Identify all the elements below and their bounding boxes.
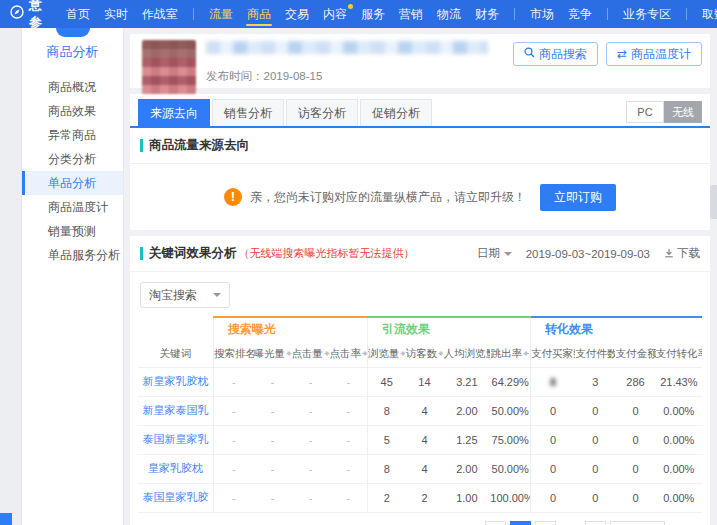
- cell-value: 2: [384, 492, 390, 504]
- col-header[interactable]: 人均浏览量: [443, 341, 490, 367]
- date-range[interactable]: 2019-09-03~2019-09-03: [526, 248, 650, 260]
- sort-icon: [523, 349, 530, 358]
- cell: -: [330, 367, 368, 396]
- product-thermometer-button[interactable]: ⇄ 商品温度计: [606, 42, 702, 66]
- toggle-pc[interactable]: PC: [626, 101, 664, 123]
- sort-icon: [286, 349, 291, 358]
- keyword-section-header: 关键词效果分析 （无线端搜索曝光指标暂无法提供） 日期 2019-09-03~2…: [130, 236, 710, 272]
- cell-value: 8: [384, 463, 390, 475]
- tab-visitor-analysis[interactable]: 访客分析: [286, 99, 358, 126]
- nav-item-traffic[interactable]: 流量: [202, 0, 240, 28]
- page-button-2[interactable]: 2: [535, 521, 556, 525]
- next-page-button[interactable]: 下一页 >: [610, 521, 664, 525]
- keyword-link[interactable]: 泰国皇家乳胶: [142, 491, 208, 503]
- page-button-5[interactable]: 5: [585, 521, 606, 525]
- brand-logo[interactable]: 生意参谋: [10, 0, 43, 50]
- sidebar-item-abnormal-goods[interactable]: 异常商品: [22, 123, 123, 147]
- download-icon: [664, 248, 674, 260]
- cell-value: 3.21: [456, 376, 477, 388]
- cell: 0: [531, 454, 576, 483]
- section-marker: [140, 139, 143, 152]
- keyword-link[interactable]: 新皇家泰国乳: [142, 404, 208, 416]
- nav-item-service[interactable]: 服务: [354, 0, 392, 28]
- cell-value: -: [271, 492, 275, 504]
- col-header[interactable]: 支付件数: [575, 341, 615, 367]
- tab-promotion-analysis[interactable]: 促销分析: [360, 99, 432, 126]
- cell: 5: [367, 425, 405, 454]
- sidebar-item-goods-overview[interactable]: 商品概况: [22, 75, 123, 99]
- col-header[interactable]: 跳出率: [490, 341, 530, 367]
- nav-item-home[interactable]: 首页: [59, 0, 97, 28]
- cell-value: 0: [632, 463, 638, 475]
- keyword-link[interactable]: 泰国新皇家乳: [142, 433, 208, 445]
- sidebar-items: 商品概况商品效果异常商品分类分析单品分析商品温度计销量预测单品服务分析: [22, 75, 123, 267]
- cell: 0.00%: [656, 396, 702, 425]
- main-area: 发布时间：2019-08-15 商品搜索 ⇄: [124, 28, 717, 525]
- nav-item-finance[interactable]: 财务: [468, 0, 506, 28]
- product-search-button[interactable]: 商品搜索: [513, 42, 598, 66]
- keyword-analysis-card: 关键词效果分析 （无线端搜索曝光指标暂无法提供） 日期 2019-09-03~2…: [130, 236, 710, 525]
- cell: 2.00: [443, 454, 490, 483]
- cell-value: 0: [592, 405, 598, 417]
- nav-item-content[interactable]: 内容: [316, 0, 354, 28]
- nav-separator: [193, 8, 194, 20]
- keyword-link[interactable]: 新皇家乳胶枕: [142, 375, 208, 387]
- cell: -: [330, 396, 368, 425]
- order-now-button[interactable]: 立即订购: [540, 184, 616, 211]
- cell-value: 0: [550, 434, 556, 446]
- feedback-tab[interactable]: [710, 185, 717, 219]
- page-button-1[interactable]: 1: [510, 521, 531, 525]
- cell: -: [213, 454, 253, 483]
- sidebar-collapse-tab[interactable]: [56, 28, 90, 37]
- prev-page-button[interactable]: <: [485, 521, 506, 525]
- cell: 4: [405, 425, 443, 454]
- sidebar-item-goods-effect[interactable]: 商品效果: [22, 99, 123, 123]
- cell: 0: [575, 454, 615, 483]
- sidebar-item-category-analysis[interactable]: 分类分析: [22, 147, 123, 171]
- cell: 0: [615, 454, 655, 483]
- nav-item-logistics[interactable]: 物流: [430, 0, 468, 28]
- col-header[interactable]: 搜索排名: [213, 341, 253, 367]
- table-row: 泰国新皇家乳----541.2575.00%0000.00%: [138, 425, 702, 454]
- toggle-wireless[interactable]: 无线: [664, 101, 702, 123]
- col-header[interactable]: 曝光量: [254, 341, 292, 367]
- cell-value: 1.00: [456, 492, 477, 504]
- pagination: <12..5下一页 >共5页: [130, 513, 710, 525]
- brand-name: 生意参谋: [29, 0, 43, 50]
- nav-item-realtime[interactable]: 实时: [97, 0, 135, 28]
- col-header[interactable]: 访客数: [405, 341, 443, 367]
- nav-item-competition[interactable]: 竞争: [561, 0, 599, 28]
- col-header[interactable]: 浏览量: [367, 341, 405, 367]
- corner-widget[interactable]: [0, 513, 12, 525]
- date-dropdown[interactable]: 日期: [477, 246, 512, 261]
- section-marker: [140, 247, 143, 260]
- cell-value: -: [309, 463, 313, 475]
- nav-item-goods[interactable]: 商品: [240, 0, 278, 28]
- keyword-link[interactable]: 皇家乳胶枕: [148, 462, 203, 474]
- col-header[interactable]: 点击率: [330, 341, 368, 367]
- col-header[interactable]: 支付金额: [615, 341, 655, 367]
- cell: 45: [367, 367, 405, 396]
- sidebar-item-sales-forecast[interactable]: 销量预测: [22, 219, 123, 243]
- nav-item-trade[interactable]: 交易: [278, 0, 316, 28]
- traffic-source-select[interactable]: 淘宝搜索: [140, 282, 230, 308]
- cell-value: 4: [421, 405, 427, 417]
- cell-value: -: [232, 405, 236, 417]
- col-header[interactable]: 点击量: [292, 341, 330, 367]
- cell-value: 0: [550, 405, 556, 417]
- col-header[interactable]: 支付转化率: [656, 341, 702, 367]
- nav-item-data-fetch[interactable]: 取数: [695, 0, 717, 28]
- sidebar-item-single-item-analysis[interactable]: 单品分析: [22, 171, 123, 195]
- tab-sales-analysis[interactable]: 销售分析: [212, 99, 284, 126]
- nav-item-marketing[interactable]: 营销: [392, 0, 430, 28]
- tab-source-destination[interactable]: 来源去向: [138, 99, 210, 126]
- cell-value: -: [346, 376, 350, 388]
- nav-item-war-room[interactable]: 作战室: [135, 0, 185, 28]
- cell-value: 1.25: [456, 434, 477, 446]
- nav-item-business-zone[interactable]: 业务专区: [616, 0, 678, 28]
- nav-item-market[interactable]: 市场: [523, 0, 561, 28]
- download-button[interactable]: 下载: [664, 246, 700, 261]
- sidebar-item-goods-thermometer[interactable]: 商品温度计: [22, 195, 123, 219]
- tabs: 来源去向销售分析访客分析促销分析: [138, 99, 434, 126]
- sidebar-item-single-item-service[interactable]: 单品服务分析: [22, 243, 123, 267]
